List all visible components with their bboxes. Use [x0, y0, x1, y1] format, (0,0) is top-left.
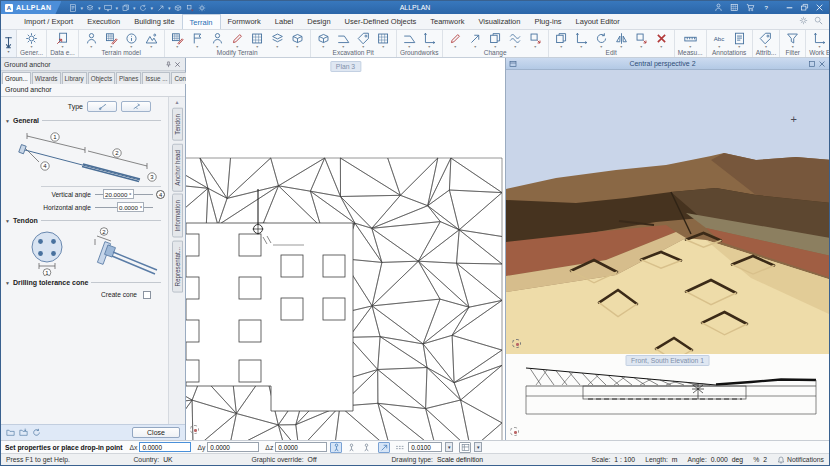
- create-cone-checkbox[interactable]: [143, 291, 151, 299]
- active-tool-ground-anchor-button[interactable]: ▾: [1, 30, 17, 57]
- ribbon-tool-grid-pen-button[interactable]: ▾: [102, 31, 121, 49]
- palette-close-icon[interactable]: [173, 60, 182, 69]
- dropdown-arrow[interactable]: ▾: [133, 5, 136, 11]
- palette-tab-planes[interactable]: Planes: [116, 72, 141, 84]
- anchor-type-option-1-button[interactable]: [87, 101, 117, 112]
- dropdown-arrow[interactable]: ▾: [514, 45, 516, 48]
- ribbon-tool-resize-button[interactable]: ▾: [526, 31, 545, 49]
- dropdown-arrow[interactable]: ▾: [256, 45, 258, 48]
- viewport-elevation[interactable]: Front, South Elevation 1: [506, 354, 829, 440]
- dropdown-arrow[interactable]: ▾: [31, 45, 33, 48]
- ribbon-tool-grid-button[interactable]: ▾: [374, 31, 393, 49]
- ribbon-tool-box-button[interactable]: ▾: [314, 31, 333, 49]
- menu-tab-terrain[interactable]: Terrain: [182, 14, 221, 29]
- close-window-button[interactable]: [812, 2, 826, 13]
- quick-access-resize-button[interactable]: [185, 2, 196, 13]
- point-entry-mode-2-button[interactable]: [345, 442, 357, 453]
- settings-icon[interactable]: [799, 16, 808, 27]
- dropdown-arrow[interactable]: ▾: [176, 45, 178, 48]
- status-scale[interactable]: Scale:1 : 100: [591, 456, 635, 463]
- dropdown-arrow[interactable]: ▾: [362, 45, 364, 48]
- ribbon-tool-slope-button[interactable]: ▾: [400, 31, 419, 49]
- ribbon-tool-tag-button[interactable]: ▾: [354, 31, 373, 49]
- palette-tab-library[interactable]: Library: [62, 72, 87, 84]
- dropdown-arrow[interactable]: ▾: [80, 5, 83, 11]
- dropdown-arrow[interactable]: ▾: [718, 45, 720, 48]
- apps-icon[interactable]: [728, 2, 740, 13]
- angle-slider-horizontal-angle[interactable]: 0.0000 °: [95, 202, 153, 213]
- quick-access-copy-button[interactable]: [120, 2, 131, 13]
- palette-tab-issue[interactable]: Issue ...: [142, 72, 170, 84]
- dropdown-arrow[interactable]: ▾: [494, 45, 496, 48]
- quick-access-gear-button[interactable]: [197, 2, 208, 13]
- ribbon-tool-funnel-button[interactable]: ▾: [783, 31, 802, 49]
- viewport-3d[interactable]: +: [506, 70, 829, 354]
- minimize-button[interactable]: [782, 2, 796, 13]
- dropdown-arrow[interactable]: ▾: [150, 45, 152, 48]
- dropdown-arrow[interactable]: ▾: [689, 45, 691, 48]
- dropdown-arrow[interactable]: ▾: [792, 45, 794, 48]
- ribbon-tool-slope-button[interactable]: ▾: [334, 31, 353, 49]
- ribbon-tool-info-button[interactable]: ▾: [122, 31, 141, 49]
- dropdown-arrow[interactable]: ▾: [296, 45, 298, 48]
- ribbon-tool-mountain-button[interactable]: ▾: [142, 31, 161, 49]
- shop-icon[interactable]: [744, 2, 756, 13]
- coordinate-dialog-button[interactable]: [459, 442, 471, 453]
- dropdown-arrow[interactable]: ▾: [534, 45, 536, 48]
- ribbon-tool-box-button[interactable]: ▾: [288, 31, 307, 49]
- dropdown-arrow[interactable]: ▾: [236, 45, 238, 48]
- point-entry-mode-1-button[interactable]: [330, 442, 342, 453]
- coord-input-x[interactable]: 0.0000: [139, 442, 191, 452]
- scroll-up-icon[interactable]: ▲: [175, 99, 180, 105]
- dropdown-arrow[interactable]: ▾: [196, 45, 198, 48]
- menu-tab-layout-editor[interactable]: Layout Editor: [569, 14, 627, 29]
- angle-slider-vertical-angle[interactable]: 20.0000 °: [95, 189, 153, 200]
- status-[interactable]: %2: [753, 456, 767, 463]
- menu-tab-label[interactable]: Label: [268, 14, 300, 29]
- ribbon-tool-copy-button[interactable]: ▾: [552, 31, 571, 49]
- dropdown-arrow[interactable]: ▾: [90, 45, 92, 48]
- ribbon-tool-copy-button[interactable]: ▾: [486, 31, 505, 49]
- dropdown-arrow[interactable]: ▾: [322, 45, 324, 48]
- coord-input-z[interactable]: 0.0000: [275, 442, 327, 452]
- dropdown-arrow[interactable]: ▾: [61, 45, 63, 48]
- ribbon-tool-resize-button[interactable]: ▾: [632, 31, 651, 49]
- quick-access-monitor-button[interactable]: [103, 2, 114, 13]
- menu-tab-visualization[interactable]: Visualization: [471, 14, 527, 29]
- dropdown-arrow[interactable]: ▾: [216, 45, 218, 48]
- dropdown-arrow[interactable]: ▾: [660, 45, 662, 48]
- dropdown-arrow[interactable]: ▾: [151, 5, 154, 11]
- dropdown-arrow[interactable]: ▾: [454, 45, 456, 48]
- dropdown-arrow[interactable]: ▾: [408, 45, 410, 48]
- side-tab-anchor-head[interactable]: Anchor head: [172, 144, 183, 192]
- dropdown-arrow[interactable]: ▾: [382, 45, 384, 48]
- coordinate-dropdown-button[interactable]: ▼: [474, 442, 482, 452]
- quick-access-refresh-button[interactable]: [138, 2, 149, 13]
- ribbon-tool-gear-button[interactable]: ▾: [22, 31, 41, 49]
- dropdown-arrow[interactable]: ▾: [276, 45, 278, 48]
- menu-tab-design[interactable]: Design: [300, 14, 337, 29]
- status-angle[interactable]: Angle:0.000deg: [688, 456, 744, 463]
- step-dropdown-button[interactable]: ▼: [445, 442, 453, 452]
- dropdown-arrow[interactable]: ▾: [819, 45, 821, 48]
- close-button[interactable]: Close: [132, 427, 180, 438]
- ribbon-tool-refresh-button[interactable]: ▾: [592, 31, 611, 49]
- step-distance-input[interactable]: 0.0100: [408, 442, 442, 452]
- menu-tab-import-export[interactable]: Import / Export: [17, 14, 80, 29]
- ribbon-tool-arrow-ne-button[interactable]: ▾: [466, 31, 485, 49]
- dropdown-arrow[interactable]: ▾: [600, 45, 602, 48]
- dropdown-arrow[interactable]: ▾: [98, 5, 101, 11]
- palette-tab-groun[interactable]: Groun...: [2, 72, 31, 84]
- quick-access-box-button[interactable]: [173, 2, 184, 13]
- quick-access-arrow-ne-button[interactable]: [155, 2, 166, 13]
- ribbon-tool-pencil-red-button[interactable]: ▾: [228, 31, 247, 49]
- maximize-icon[interactable]: [808, 60, 816, 68]
- ribbon-tool-flag-button[interactable]: ▾: [188, 31, 207, 49]
- ribbon-tool-grid-button[interactable]: ▾: [248, 31, 267, 49]
- save-favorite-icon[interactable]: [19, 428, 28, 438]
- palette-tab-wizards[interactable]: Wizards: [32, 72, 61, 84]
- help-icon[interactable]: ?: [760, 2, 772, 13]
- app-menu-button[interactable]: A ALLPLAN: [1, 1, 61, 14]
- user-account-icon[interactable]: [712, 2, 724, 13]
- menu-tab-execution[interactable]: Execution: [80, 14, 127, 29]
